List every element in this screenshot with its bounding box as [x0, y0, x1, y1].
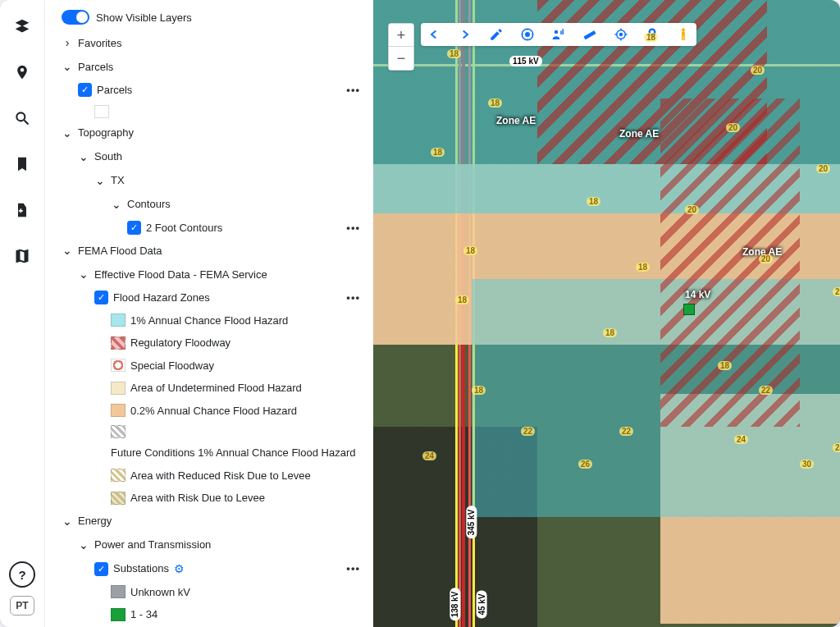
map-widgets: + − Zone AE Zone AE Zone AE 14 kV	[373, 0, 840, 627]
topography-label: Topography	[78, 125, 134, 141]
legend-levee-reduced: Area with Reduced Risk Due to Levee	[53, 465, 368, 487]
swatch-1-34	[111, 608, 126, 621]
svg-point-8	[682, 28, 685, 31]
drive-time-icon[interactable]	[519, 26, 536, 43]
energy-group[interactable]: Energy	[53, 510, 368, 533]
contour-elevation-label: 20	[726, 123, 740, 132]
svg-point-0	[16, 112, 25, 121]
kv-138-label: 138 kV	[450, 588, 460, 621]
chevron-down-icon[interactable]	[78, 149, 89, 166]
legend-levee-risk-label: Area with Risk Due to Levee	[130, 490, 265, 506]
measure-icon[interactable]	[582, 26, 598, 43]
pt-button[interactable]: PT	[10, 596, 34, 616]
chevron-down-icon[interactable]	[62, 58, 73, 76]
show-visible-layers-label: Show Visible Layers	[96, 11, 192, 24]
parcels-options[interactable]: •••	[346, 82, 360, 98]
legend-levee-reduced-label: Area with Reduced Risk Due to Levee	[130, 468, 311, 484]
locate-icon[interactable]	[613, 26, 629, 43]
next-extent-icon[interactable]	[457, 26, 473, 43]
chevron-down-icon[interactable]	[111, 196, 122, 213]
legend-future-swatch-row	[53, 422, 368, 442]
zoom-out-button[interactable]: −	[389, 47, 413, 70]
parcels-group[interactable]: Parcels	[53, 55, 368, 79]
contour-elevation-label: 18	[447, 49, 461, 58]
show-visible-layers-toggle[interactable]	[62, 10, 89, 25]
chevron-right-icon[interactable]	[62, 34, 73, 52]
add-document-icon[interactable]	[11, 199, 34, 222]
contour-elevation-label: 20	[759, 254, 773, 263]
help-button[interactable]: ?	[9, 561, 35, 588]
legend-floodway-label: Regulatory Floodway	[130, 335, 231, 351]
zoom-in-button[interactable]: +	[389, 24, 413, 47]
fhz-layer[interactable]: Flood Hazard Zones•••	[53, 286, 368, 309]
legend-0-2pct: 0.2% Annual Chance Flood Hazard	[53, 400, 368, 423]
fema-group[interactable]: FEMA Flood Data	[53, 239, 368, 263]
contour-elevation-label: 18	[488, 98, 502, 108]
fhz-options[interactable]: •••	[346, 290, 360, 306]
power-group[interactable]: Power and Transmission	[53, 533, 368, 557]
contour-elevation-label: 20	[833, 287, 840, 296]
kv-45-label: 45 kV	[477, 590, 487, 618]
contour-elevation-label: 20	[816, 164, 830, 173]
two-foot-options[interactable]: •••	[346, 220, 360, 236]
contour-elevation-label: 22	[619, 427, 633, 436]
contours-group[interactable]: Contours	[53, 193, 368, 217]
contour-elevation-label: 22	[759, 386, 773, 395]
south-group[interactable]: South	[53, 145, 368, 169]
bookmark-icon[interactable]	[11, 153, 34, 176]
map-icon[interactable]	[11, 245, 34, 268]
layers-panel[interactable]: Show Visible Layers Favorites Parcels Pa…	[45, 0, 373, 627]
topography-group[interactable]: Topography	[53, 121, 368, 145]
substations-layer[interactable]: Substations ⚙•••	[53, 557, 368, 581]
parcels-layer[interactable]: Parcels•••	[53, 79, 368, 102]
map-canvas[interactable]: + − Zone AE Zone AE Zone AE 14 kV	[373, 0, 840, 627]
contour-elevation-label: 18	[718, 361, 732, 370]
layer-tree: Favorites Parcels Parcels••• Topography …	[52, 28, 370, 627]
south-label: South	[94, 149, 122, 165]
fhz-checkbox[interactable]	[94, 291, 108, 304]
svg-line-1	[25, 121, 29, 125]
search-icon[interactable]	[11, 107, 34, 130]
draw-icon[interactable]	[488, 26, 504, 43]
parcels-swatch-row	[53, 102, 368, 121]
two-foot-contours-layer[interactable]: 2 Foot Contours•••	[53, 217, 368, 240]
legend-undetermined-label: Area of Undetermined Flood Hazard	[130, 380, 302, 396]
chevron-down-icon[interactable]	[62, 125, 73, 142]
tx-group[interactable]: TX	[53, 169, 368, 193]
location-icon[interactable]	[11, 61, 34, 84]
swatch-1pct	[111, 314, 126, 327]
kv-115-label: 115 kV	[509, 56, 542, 66]
subs-legend-unknown: Unknown kV	[53, 581, 368, 604]
two-foot-label: 2 Foot Contours	[146, 220, 222, 236]
previous-extent-icon[interactable]	[426, 26, 442, 43]
substations-checkbox[interactable]	[94, 562, 108, 576]
demographics-icon[interactable]	[550, 26, 567, 43]
contour-elevation-label: 24	[734, 435, 748, 444]
contour-elevation-label: 18	[636, 263, 650, 272]
chevron-down-icon[interactable]	[94, 172, 106, 190]
filter-icon[interactable]: ⚙	[174, 561, 185, 578]
chevron-down-icon[interactable]	[62, 242, 73, 259]
svg-rect-10	[682, 36, 683, 40]
two-foot-checkbox[interactable]	[127, 221, 141, 235]
subs-legend-1-34: 1 - 34	[53, 603, 368, 626]
streetview-pegman-icon[interactable]	[675, 26, 692, 43]
contour-elevation-label: 18	[587, 197, 600, 206]
substation-marker[interactable]	[683, 304, 695, 315]
show-visible-layers-row: Show Visible Layers	[52, 7, 370, 28]
fema-label: FEMA Flood Data	[78, 243, 162, 259]
parcels-checkbox[interactable]	[78, 83, 92, 97]
swatch-undetermined	[111, 382, 126, 395]
favorites-group[interactable]: Favorites	[53, 31, 368, 55]
layers-icon[interactable]	[11, 15, 34, 38]
effective-label: Effective Flood Data - FEMA Service	[94, 267, 267, 283]
legend-levee-risk: Area with Risk Due to Levee	[53, 487, 368, 510]
contour-elevation-label: 26	[578, 460, 592, 469]
effective-group[interactable]: Effective Flood Data - FEMA Service	[53, 263, 368, 286]
chevron-down-icon[interactable]	[62, 513, 73, 530]
contour-elevation-label: 20	[751, 66, 765, 75]
substations-options[interactable]: •••	[346, 561, 360, 577]
zoom-control: + −	[388, 23, 414, 71]
chevron-down-icon[interactable]	[78, 266, 89, 283]
chevron-down-icon[interactable]	[78, 537, 89, 554]
